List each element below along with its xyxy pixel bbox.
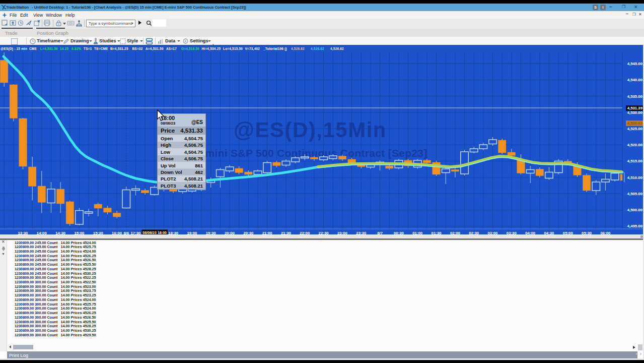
svg-text:20:30: 20:30	[243, 231, 254, 235]
svg-text:04:00: 04:00	[525, 231, 536, 235]
svg-text:05:30: 05:30	[582, 231, 592, 235]
svg-text:06:00: 06:00	[600, 231, 611, 235]
svg-text:19:00: 19:00	[187, 231, 197, 235]
svg-text:22:30: 22:30	[319, 231, 329, 235]
svg-text:8/6: 8/6	[123, 231, 129, 235]
svg-text:02:00: 02:00	[450, 231, 461, 235]
svg-text:23:30: 23:30	[356, 231, 367, 235]
svg-text:4,530.00: 4,530.00	[627, 110, 643, 115]
svg-text:08/06/23 18:00: 08/06/23 18:00	[142, 231, 167, 235]
svg-text:19:30: 19:30	[206, 231, 217, 235]
svg-text:04:30: 04:30	[544, 231, 555, 235]
svg-text:02:30: 02:30	[469, 231, 479, 235]
svg-text:4,535.00: 4,535.00	[627, 94, 643, 99]
svg-text:01:00: 01:00	[412, 231, 423, 235]
svg-text:4,515.00: 4,515.00	[627, 159, 643, 163]
svg-text:18:30: 18:30	[168, 231, 179, 235]
svg-text:01:30: 01:30	[432, 231, 442, 235]
svg-text:E-mini S&P 500 Continuous Cont: E-mini S&P 500 Continuous Contract [Sep2…	[194, 147, 427, 159]
svg-text:4,510.00: 4,510.00	[627, 175, 643, 180]
svg-text:21:00: 21:00	[262, 231, 273, 235]
svg-text:4,540.00: 4,540.00	[627, 78, 643, 82]
svg-text:@ES(D),15Min: @ES(D),15Min	[234, 118, 387, 142]
svg-text:8/7: 8/7	[377, 231, 383, 235]
svg-text:14:30: 14:30	[55, 231, 66, 235]
svg-text:4,525.00: 4,525.00	[627, 127, 643, 131]
svg-text:00:30: 00:30	[394, 231, 404, 235]
svg-text:15:30: 15:30	[93, 231, 104, 235]
svg-text:22:00: 22:00	[300, 231, 310, 235]
svg-text:23:00: 23:00	[337, 231, 348, 235]
svg-text:4,505.00: 4,505.00	[627, 192, 643, 196]
svg-text:03:30: 03:30	[507, 231, 517, 235]
svg-text:4,500.00: 4,500.00	[627, 208, 643, 212]
svg-text:14:00: 14:00	[37, 231, 47, 235]
svg-text:4,531.39: 4,531.39	[627, 106, 643, 110]
svg-text:16:00: 16:00	[112, 231, 122, 235]
svg-text:4,495.00: 4,495.00	[627, 224, 643, 228]
svg-text:05:00: 05:00	[563, 231, 574, 235]
svg-text:4,520.00: 4,520.00	[627, 143, 643, 147]
svg-text:17:30: 17:30	[130, 231, 141, 235]
svg-text:03:00: 03:00	[488, 231, 498, 235]
svg-text:20:00: 20:00	[225, 231, 235, 235]
svg-text:21:30: 21:30	[281, 231, 292, 235]
svg-text:4,526.62: 4,526.62	[627, 121, 643, 126]
svg-text:4,545.00: 4,545.00	[627, 62, 643, 66]
svg-text:13:30: 13:30	[18, 231, 29, 235]
svg-text:15:00: 15:00	[75, 231, 85, 235]
